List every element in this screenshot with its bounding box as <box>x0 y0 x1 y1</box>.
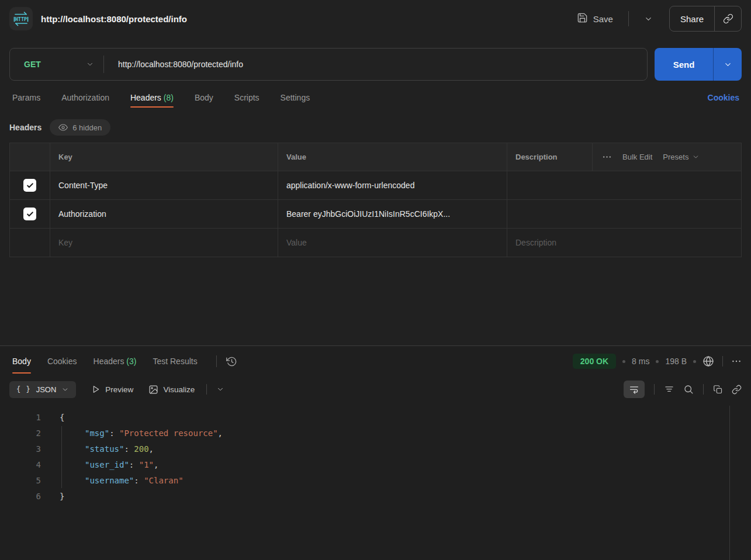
code-text: "status": 200, <box>60 444 154 454</box>
dot-separator <box>656 360 659 363</box>
copy-link-button[interactable] <box>714 6 741 31</box>
request-tab-authorization[interactable]: Authorization <box>61 88 109 108</box>
presets-label: Presets <box>663 153 688 161</box>
response-time[interactable]: 8 ms <box>632 357 649 366</box>
checkbox-cell[interactable] <box>10 171 50 199</box>
response-size[interactable]: 198 B <box>665 357 687 366</box>
send-label[interactable]: Send <box>655 48 714 81</box>
code-line: 3"status": 200, <box>0 441 751 457</box>
headers-table: Key Value Description Bulk Edit Presets … <box>9 143 742 257</box>
hidden-count-label: 6 hidden <box>72 123 102 132</box>
code-text: } <box>60 492 64 501</box>
code-line: 5"username": "Claran" <box>0 472 751 488</box>
response-more-options-icon[interactable] <box>731 356 742 367</box>
headers-section-title: Headers <box>9 123 41 132</box>
share-label[interactable]: Share <box>670 6 714 31</box>
send-button[interactable]: Send <box>655 48 742 81</box>
indent-guide <box>61 426 62 488</box>
row-checkbox-checked[interactable] <box>23 208 36 220</box>
format-selector-dropdown[interactable]: { } JSON <box>9 381 76 398</box>
cookies-link[interactable]: Cookies <box>708 88 739 108</box>
method-label: GET <box>24 60 86 69</box>
more-options-icon[interactable] <box>602 152 612 162</box>
search-icon[interactable] <box>683 384 694 395</box>
word-wrap-toggle[interactable] <box>624 381 645 398</box>
save-options-chevron[interactable] <box>644 15 653 23</box>
method-selector[interactable]: GET <box>10 60 103 69</box>
header-row: AuthorizationBearer eyJhbGciOiJIUzI1NiIs… <box>10 199 741 228</box>
link-icon[interactable] <box>732 385 742 395</box>
bulk-edit-button[interactable]: Bulk Edit <box>622 153 652 161</box>
code-line: 4"user_id": "1", <box>0 457 751 472</box>
headers-section-header: Headers 6 hidden <box>0 108 751 136</box>
eye-icon <box>58 123 68 132</box>
response-body-viewer[interactable]: 1{2"msg": "Protected resource",3"status"… <box>0 402 751 560</box>
header-row: Content-Typeapplication/x-www-form-urlen… <box>10 171 741 199</box>
line-number: 2 <box>0 428 41 438</box>
request-title-bar: HTTP http://localhost:8080/protected/inf… <box>0 0 751 37</box>
response-tab-body[interactable]: Body <box>12 346 31 376</box>
line-number: 4 <box>0 460 41 469</box>
value-input-placeholder[interactable]: Value <box>278 229 507 257</box>
code-text: "msg": "Protected resource", <box>60 428 223 438</box>
response-tab-cookies[interactable]: Cookies <box>47 346 77 376</box>
hidden-headers-toggle[interactable]: 6 hidden <box>50 119 110 136</box>
checkbox-cell[interactable] <box>10 200 50 228</box>
response-tab-test-results[interactable]: Test Results <box>153 346 197 376</box>
header-key-cell[interactable]: Authorization <box>50 200 278 228</box>
preview-button[interactable]: Preview <box>91 385 133 394</box>
response-tab-headers[interactable]: Headers (3) <box>94 346 137 376</box>
select-all-cell[interactable] <box>10 143 50 171</box>
header-value-cell[interactable]: Bearer eyJhbGciOiJIUzI1NiIsInR5cCI6IkpX.… <box>278 200 507 228</box>
checkbox-cell[interactable] <box>10 229 50 257</box>
visualize-label: Visualize <box>163 385 195 394</box>
divider <box>722 356 723 367</box>
visualize-button[interactable]: Visualize <box>148 385 195 395</box>
more-views-chevron[interactable] <box>216 385 224 393</box>
request-tab-params[interactable]: Params <box>12 88 40 108</box>
response-pane: BodyCookiesHeaders (3)Test Results 200 O… <box>0 345 751 560</box>
value-column-header: Value <box>278 143 507 171</box>
http-request-icon: HTTP <box>9 7 33 30</box>
format-lines-icon[interactable] <box>664 384 674 395</box>
request-tab-settings[interactable]: Settings <box>281 88 310 108</box>
line-number: 6 <box>0 492 41 501</box>
scrollbar[interactable] <box>729 406 730 560</box>
send-options-chevron[interactable] <box>714 48 742 81</box>
header-key-cell[interactable]: Content-Type <box>50 171 278 199</box>
row-checkbox-checked[interactable] <box>23 179 36 192</box>
description-column-header: Description <box>507 143 592 171</box>
share-button[interactable]: Share <box>669 6 742 32</box>
key-column-header: Key <box>50 143 278 171</box>
response-history-button[interactable] <box>226 346 237 376</box>
header-description-cell[interactable] <box>507 200 741 228</box>
key-input-placeholder[interactable]: Key <box>50 229 278 257</box>
image-icon <box>148 385 158 395</box>
presets-dropdown[interactable]: Presets <box>663 153 700 161</box>
globe-icon[interactable] <box>702 355 714 367</box>
header-row-empty: KeyValueDescription <box>10 228 741 257</box>
divider <box>654 384 655 395</box>
play-icon <box>91 385 101 394</box>
url-input[interactable]: http://localhost:8080/protected/info <box>104 60 243 69</box>
response-toolbar: { } JSON Preview Visualize <box>0 376 751 402</box>
copy-icon[interactable] <box>713 385 723 395</box>
request-tab-headers[interactable]: Headers (8) <box>130 88 174 108</box>
header-description-cell[interactable] <box>507 171 741 199</box>
code-text: "username": "Claran" <box>60 476 184 485</box>
dot-separator <box>622 360 625 363</box>
headers-table-header: Key Value Description Bulk Edit Presets <box>10 143 741 171</box>
request-tab-body[interactable]: Body <box>195 88 213 108</box>
format-label: JSON <box>36 385 57 394</box>
request-tabs: ParamsAuthorizationHeaders (8)BodyScript… <box>0 81 751 108</box>
header-value-cell[interactable]: application/x-www-form-urlencoded <box>278 171 507 199</box>
url-bar: GET http://localhost:8080/protected/info <box>9 48 648 81</box>
divider <box>628 11 629 26</box>
status-badge[interactable]: 200 OK <box>573 354 616 369</box>
braces-icon: { } <box>16 385 31 393</box>
save-button[interactable]: Save <box>577 12 613 25</box>
request-tab-scripts[interactable]: Scripts <box>234 88 259 108</box>
description-input-placeholder[interactable]: Description <box>507 229 741 257</box>
line-number: 5 <box>0 476 41 485</box>
response-meta: 200 OK 8 ms 198 B <box>573 346 742 376</box>
